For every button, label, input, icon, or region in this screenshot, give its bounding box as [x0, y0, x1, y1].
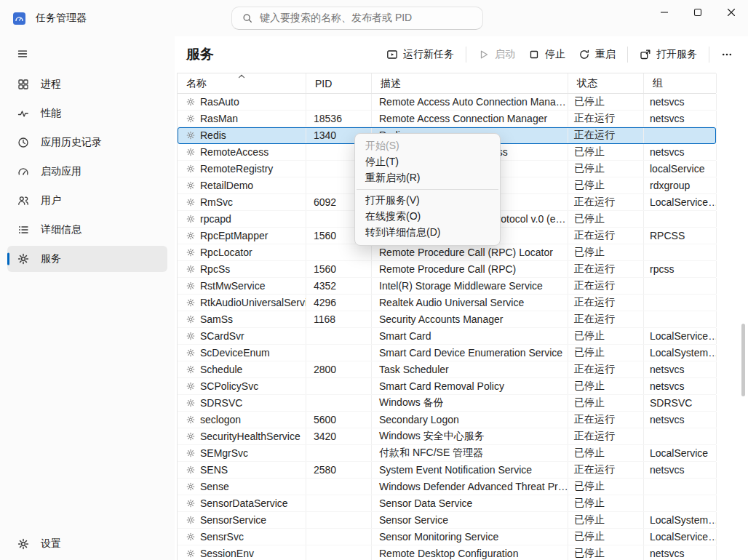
- table-row[interactable]: RtkAudioUniversalServi…4296Realtek Audio…: [178, 295, 716, 311]
- cell-name: SCardSvr: [178, 328, 306, 344]
- sidebar-item-startup-apps[interactable]: 启动应用: [7, 159, 167, 185]
- table-row[interactable]: RasMan18536Remote Access Connection Mana…: [178, 111, 716, 127]
- open-services-button[interactable]: 打开服务: [633, 43, 704, 66]
- table-row[interactable]: RstMwService4352Intel(R) Storage Middlew…: [178, 278, 716, 295]
- column-header-pid[interactable]: PID: [306, 73, 372, 93]
- cell-name: Redis: [178, 127, 306, 143]
- context-menu-item[interactable]: 在线搜索(O): [359, 209, 496, 225]
- stop-label: 停止: [545, 48, 565, 61]
- maximize-button[interactable]: [681, 0, 715, 26]
- sidebar-item-app-history[interactable]: 应用历史记录: [7, 129, 167, 156]
- service-gear-icon: [186, 315, 195, 324]
- cell-group: [644, 428, 717, 444]
- service-gear-icon: [186, 198, 195, 207]
- cell-status: 正在运行: [568, 127, 644, 143]
- sidebar-footer: 设置: [0, 528, 175, 557]
- column-header-label: 名称: [186, 77, 207, 90]
- start-service-button: 启动: [472, 43, 522, 66]
- run-new-task-button[interactable]: 运行新任务: [380, 43, 461, 66]
- table-header-row: 名称PID描述状态组: [178, 73, 716, 94]
- column-header-desc[interactable]: 描述: [372, 73, 568, 93]
- table-row[interactable]: SENS2580System Event Notification Servic…: [178, 462, 716, 479]
- cell-name: SCPolicySvc: [178, 378, 306, 394]
- cell-pid: [306, 244, 372, 260]
- search-icon: [242, 13, 252, 23]
- table-row[interactable]: RasAutoRemote Access Auto Connection Man…: [178, 94, 716, 111]
- table-row[interactable]: SensorServiceSensor Service已停止LocalSyste…: [178, 512, 716, 529]
- context-menu-item[interactable]: 打开服务(V): [359, 193, 496, 209]
- sidebar-item-settings[interactable]: 设置: [7, 531, 167, 557]
- service-name: RmSvc: [200, 196, 233, 208]
- column-header-label: 描述: [381, 77, 401, 90]
- cell-group: netsvcs: [644, 545, 717, 560]
- service-gear-icon: [186, 332, 195, 340]
- cell-pid: [306, 345, 372, 361]
- sidebar-item-performance[interactable]: 性能: [7, 100, 167, 127]
- column-header-group[interactable]: 组: [644, 73, 717, 93]
- search-input[interactable]: 键入要搜索的名称、发布者或 PID: [231, 7, 483, 30]
- table-row[interactable]: RpcSs1560Remote Procedure Call (RPC)正在运行…: [178, 261, 716, 278]
- cell-status: 已停止: [568, 479, 644, 495]
- table-row[interactable]: SCardSvrSmart Card已停止LocalService…: [178, 328, 716, 345]
- cell-status: 已停止: [568, 328, 644, 344]
- sidebar-item-label: 服务: [41, 252, 61, 265]
- service-name: SEMgrSvc: [200, 447, 248, 459]
- more-options-button[interactable]: [715, 44, 739, 65]
- context-menu-item[interactable]: 转到详细信息(D): [359, 225, 496, 241]
- vertical-scrollbar-thumb[interactable]: [741, 324, 745, 396]
- column-header-name[interactable]: 名称: [178, 73, 306, 93]
- cell-group: LocalSystem…: [644, 345, 717, 361]
- service-gear-icon: [186, 482, 195, 491]
- service-gear-icon: [186, 549, 195, 558]
- table-row[interactable]: SecurityHealthService3420Windows 安全中心服务正…: [178, 428, 716, 445]
- cell-group: netsvcs: [644, 462, 717, 478]
- restart-service-button[interactable]: 重启: [572, 43, 622, 66]
- service-gear-icon: [186, 265, 195, 273]
- column-header-label: 状态: [577, 77, 597, 90]
- service-name: RemoteRegistry: [200, 163, 273, 175]
- cell-name: RpcLocator: [178, 244, 306, 260]
- table-row[interactable]: SCPolicySvcSmart Card Removal Policy已停止n…: [178, 378, 716, 395]
- table-row[interactable]: Schedule2800Task Scheduler正在运行netsvcs: [178, 361, 716, 378]
- nav-menu-button[interactable]: [9, 42, 36, 67]
- table-row[interactable]: SessionEnvRemote Desktop Configuration已停…: [178, 545, 716, 560]
- task-manager-app-icon: [13, 12, 25, 25]
- service-name: RpcEptMapper: [200, 230, 268, 241]
- services-icon: [16, 253, 31, 265]
- context-menu-item[interactable]: 重新启动(R): [359, 170, 496, 186]
- column-header-status[interactable]: 状态: [568, 73, 644, 93]
- cell-name: Sense: [178, 479, 306, 495]
- table-row[interactable]: ScDeviceEnumSmart Card Device Enumeratio…: [178, 345, 716, 361]
- context-menu-item[interactable]: 停止(T): [359, 154, 496, 170]
- table-row[interactable]: SenseWindows Defender Advanced Threat Pr…: [178, 479, 716, 495]
- table-row[interactable]: SensorDataServiceSensor Data Service已停止: [178, 495, 716, 512]
- table-row[interactable]: SensrSvcSensor Monitoring Service已停止Loca…: [178, 529, 716, 545]
- minimize-button[interactable]: [648, 0, 681, 26]
- cell-group: [644, 495, 717, 511]
- sidebar-item-details[interactable]: 详细信息: [7, 217, 167, 243]
- table-row[interactable]: RpcLocatorRemote Procedure Call (RPC) Lo…: [178, 244, 716, 261]
- sidebar-item-services[interactable]: 服务: [7, 246, 167, 272]
- cell-desc: Smart Card Removal Policy: [372, 378, 568, 394]
- service-name: SecurityHealthService: [200, 431, 301, 442]
- table-row[interactable]: SEMgrSvc付款和 NFC/SE 管理器已停止LocalService: [178, 445, 716, 462]
- sidebar-item-processes[interactable]: 进程: [7, 71, 167, 97]
- service-name: SessionEnv: [200, 548, 254, 559]
- service-name: Sense: [200, 481, 229, 492]
- sidebar-item-users[interactable]: 用户: [7, 188, 167, 214]
- cell-name: RstMwService: [178, 278, 306, 294]
- table-row[interactable]: seclogon5600Secondary Logon正在运行netsvcs: [178, 412, 716, 428]
- service-gear-icon: [186, 465, 195, 474]
- service-name: RstMwService: [200, 280, 265, 292]
- minimize-icon: [660, 8, 669, 19]
- performance-icon: [16, 108, 31, 119]
- stop-service-button[interactable]: 停止: [522, 43, 572, 66]
- run-new-task-icon: [386, 49, 398, 60]
- close-button[interactable]: [715, 0, 748, 26]
- service-name: SDRSVC: [200, 397, 242, 409]
- table-row[interactable]: SamSs1168Security Accounts Manager正在运行: [178, 311, 716, 328]
- cell-group: SDRSVC: [644, 395, 717, 411]
- table-row[interactable]: SDRSVCWindows 备份已停止SDRSVC: [178, 395, 716, 412]
- cell-status: 已停止: [568, 94, 644, 110]
- cell-name: RpcSs: [178, 261, 306, 277]
